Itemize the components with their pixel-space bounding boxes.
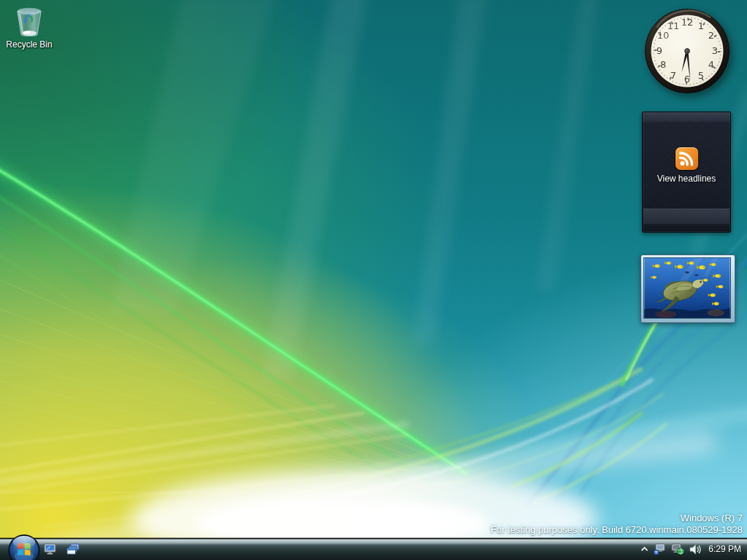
switch-windows-button[interactable] [65, 541, 81, 557]
slideshow-photo-sea-turtle [643, 257, 731, 319]
windows-orb-icon [7, 534, 41, 560]
svg-text:4: 4 [708, 59, 714, 70]
show-desktop-button[interactable] [42, 541, 58, 557]
gadget-footer-bar [643, 209, 729, 224]
gadget-slideshow[interactable] [640, 254, 735, 323]
desktop-icon-recycle-bin[interactable]: Recycle Bin [4, 4, 54, 50]
gadget-feed-headlines[interactable]: View headlines [642, 112, 731, 233]
tray-expand-button[interactable] [640, 546, 649, 552]
gadget-footer-base [643, 224, 729, 231]
desktop[interactable]: Recycle Bin 12 1 2 3 4 [0, 0, 747, 560]
network-globe-icon [671, 543, 684, 555]
svg-text:6: 6 [684, 74, 690, 85]
svg-text:5: 5 [698, 70, 704, 81]
analog-clock-icon: 12 1 2 3 4 5 6 7 8 9 10 11 [642, 6, 732, 96]
svg-text:2: 2 [708, 30, 714, 41]
wallpaper-aurora [0, 0, 747, 560]
taskbar[interactable]: 6:29 PM [0, 538, 747, 560]
tray-network-button[interactable] [671, 543, 684, 555]
tray-volume-button[interactable] [689, 544, 702, 555]
svg-text:3: 3 [712, 45, 718, 56]
watermark-line2: For testing purposes only. Build 6720.wi… [491, 524, 743, 536]
tray-device-button[interactable] [654, 543, 666, 555]
svg-text:7: 7 [670, 70, 676, 81]
quick-launch-area [42, 541, 81, 557]
desktop-icon-label: Recycle Bin [6, 39, 52, 50]
switch-windows-icon [66, 543, 80, 555]
gadget-clock[interactable]: 12 1 2 3 4 5 6 7 8 9 10 11 [642, 6, 732, 96]
svg-text:8: 8 [660, 59, 666, 70]
chevron-up-icon [640, 546, 649, 552]
start-button[interactable] [7, 534, 41, 560]
taskbar-clock[interactable]: 6:29 PM [707, 544, 741, 554]
feed-gadget-label[interactable]: View headlines [643, 174, 730, 184]
build-watermark: Windows (R) 7 For testing purposes only.… [491, 513, 743, 536]
show-desktop-icon [44, 543, 57, 556]
volume-speaker-icon [689, 544, 702, 555]
system-tray: 6:29 PM [640, 538, 747, 560]
recycle-bin-icon [12, 4, 46, 39]
svg-text:1: 1 [698, 20, 704, 31]
watermark-line1: Windows (R) 7 [491, 513, 743, 524]
computer-device-icon [654, 543, 666, 555]
rss-icon [676, 147, 698, 170]
